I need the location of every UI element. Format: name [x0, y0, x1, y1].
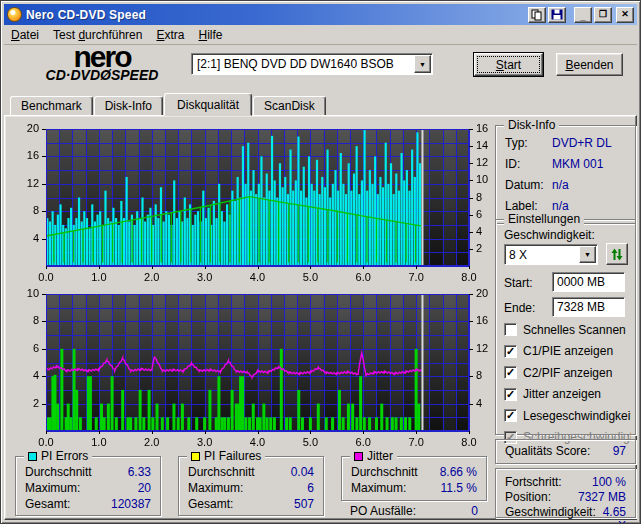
maximize-button[interactable]: ❐ — [594, 7, 612, 23]
checkbox-label: C2/PIF anzeigen — [523, 366, 612, 380]
minimize-icon: _ — [580, 13, 585, 22]
copy-screenshot-button[interactable] — [528, 7, 546, 23]
drive-select[interactable]: [2:1] BENQ DVD DD DW1640 BSOB ▼ — [191, 53, 433, 75]
progress-value: 7327 MB — [578, 490, 626, 505]
stats-row: Gesamt:120387 — [25, 497, 151, 512]
progress-row: Position:7327 MB — [505, 490, 626, 505]
checkbox-lesegeschwindigkeit-a[interactable]: ✓Lesegeschwindigkeit a — [504, 408, 631, 423]
drive-select-dropdown-button[interactable]: ▼ — [414, 55, 431, 73]
progress-row: Fortschritt:100 % — [505, 475, 626, 490]
disk-info-panel: Disk-Info Typ:DVD+R DLID:MKM 001Datum:n/… — [495, 125, 636, 224]
save-screenshot-button[interactable] — [548, 7, 566, 23]
disk-info-row: Datum:n/a — [505, 178, 628, 194]
close-button[interactable]: ✕ — [616, 7, 634, 23]
progress-panel: Fortschritt:100 %Position:7327 MBGeschwi… — [495, 468, 636, 518]
tab-disk-info[interactable]: Disk-Info — [94, 96, 163, 116]
tab-diskqualit-t[interactable]: Diskqualität — [164, 93, 252, 116]
menu-hilfe[interactable]: Hilfe — [191, 26, 229, 44]
stats-row: Durchschnitt8.66 % — [351, 465, 477, 480]
checkbox-box[interactable]: ✓ — [504, 409, 517, 422]
disk-info-label: Typ: — [505, 136, 552, 152]
stats-row: Maximum:6 — [188, 481, 314, 496]
titlebar: Nero CD-DVD Speed _ ❐ ✕ — [4, 4, 637, 25]
disk-info-row: Typ:DVD+R DL — [505, 136, 628, 152]
stats-label: Durchschnitt — [351, 465, 418, 480]
nero-logo-subtitle: CD·DVDØSPEED — [17, 68, 187, 83]
copy-icon — [531, 9, 543, 21]
tabstrip: BenchmarkDisk-InfoDiskqualitätScanDisk — [10, 93, 637, 116]
close-icon: ✕ — [621, 10, 629, 19]
checkbox-c2-pif-anzeigen[interactable]: ✓C2/PIF anzeigen — [504, 365, 631, 380]
disk-info-value: DVD+R DL — [552, 136, 612, 152]
window-title: Nero CD-DVD Speed — [26, 8, 526, 22]
settings-title: Einstellungen — [504, 212, 584, 226]
stats-row: Maximum:11.5 % — [351, 481, 477, 496]
stats-value: 6 — [307, 481, 314, 496]
stats-row: Durchschnitt6.33 — [25, 465, 151, 480]
checkbox-c1-pie-anzeigen[interactable]: ✓C1/PIE anzeigen — [504, 344, 631, 359]
stats-label: Durchschnitt — [25, 465, 92, 480]
stats-value: 0.04 — [291, 465, 314, 480]
progress-row: Geschwindigkeit:4.65 X — [505, 505, 626, 520]
drive-select-value: [2:1] BENQ DVD DD DW1640 BSOB — [192, 57, 414, 71]
legend-swatch-icon — [191, 452, 200, 461]
menu-extra[interactable]: Extra — [149, 26, 191, 44]
scan-start-field[interactable]: 0000 MB — [552, 272, 625, 292]
pif-jitter-chart — [13, 288, 491, 448]
quit-button[interactable]: Beenden — [556, 53, 623, 76]
speed-label: Geschwindigkeit: — [504, 228, 595, 242]
checkbox-jitter-anzeigen[interactable]: ✓Jitter anzeigen — [504, 387, 631, 402]
scan-end-label: Ende: — [504, 301, 535, 315]
app-icon — [7, 7, 22, 22]
legend-swatch-icon — [354, 452, 363, 461]
stats-title-text: PI Errors — [41, 449, 88, 463]
start-button[interactable]: Start — [474, 53, 543, 76]
minimize-button[interactable]: _ — [574, 7, 592, 23]
stats-label: Maximum: — [188, 481, 243, 496]
quality-score-row: Qualitäts Score: 97 — [505, 444, 626, 459]
stats-panel-title: PI Failures — [187, 449, 265, 463]
stats-row: Maximum:20 — [25, 481, 151, 496]
stats-label: Maximum: — [25, 481, 80, 496]
checkbox-schnelles-scannen[interactable]: Schnelles Scannen — [504, 322, 631, 337]
progress-label: Geschwindigkeit: — [505, 505, 596, 520]
nero-logo-wordmark: nero — [17, 46, 187, 68]
pie-error-chart — [13, 120, 491, 286]
speed-select[interactable]: 8 X ▼ — [504, 244, 598, 265]
settings-panel: Einstellungen Geschwindigkeit: 8 X ▼ Sta… — [495, 219, 636, 435]
checkbox-box[interactable]: ✓ — [504, 345, 517, 358]
quality-score-panel: Qualitäts Score: 97 — [495, 439, 636, 464]
stats-value: 6.33 — [128, 465, 151, 480]
stats-title-text: Jitter — [367, 449, 393, 463]
menu-datei[interactable]: Datei — [4, 26, 46, 44]
progress-label: Fortschritt: — [505, 475, 562, 490]
disk-info-title: Disk-Info — [504, 118, 559, 132]
save-icon — [551, 9, 563, 20]
stats-row: Gesamt:507 — [188, 497, 314, 512]
maximize-icon: ❐ — [599, 10, 607, 19]
po-failures-label: PO Ausfälle: — [350, 504, 416, 519]
stats-panel-title: Jitter — [350, 449, 397, 463]
stats-value: 11.5 % — [441, 481, 477, 496]
po-failures-value: 0 — [471, 504, 478, 519]
checkbox-box[interactable]: ✓ — [504, 388, 517, 401]
chevron-down-icon: ▼ — [419, 61, 426, 68]
disk-info-label: ID: — [505, 157, 552, 173]
disk-info-value: n/a — [552, 178, 569, 194]
speed-select-dropdown-button[interactable]: ▼ — [579, 246, 596, 263]
speed-select-value: 8 X — [505, 248, 579, 262]
checkbox-box[interactable]: ✓ — [504, 366, 517, 379]
quality-score-label: Qualitäts Score: — [505, 444, 590, 459]
tab-scandisk[interactable]: ScanDisk — [253, 96, 326, 116]
stats-row: Durchschnitt0.04 — [188, 465, 314, 480]
stats-value: 20 — [138, 481, 151, 496]
checkbox-box[interactable] — [504, 323, 517, 336]
nero-logo: nero CD·DVDØSPEED — [17, 46, 187, 83]
disk-info-row: ID:MKM 001 — [505, 157, 628, 173]
stats-label: Maximum: — [351, 481, 406, 496]
stats-title-text: PI Failures — [204, 449, 261, 463]
refresh-speed-button[interactable] — [606, 243, 628, 265]
tab-benchmark[interactable]: Benchmark — [10, 96, 93, 116]
scan-end-field[interactable]: 7328 MB — [552, 297, 625, 317]
checkbox-label: C1/PIE anzeigen — [523, 344, 613, 358]
